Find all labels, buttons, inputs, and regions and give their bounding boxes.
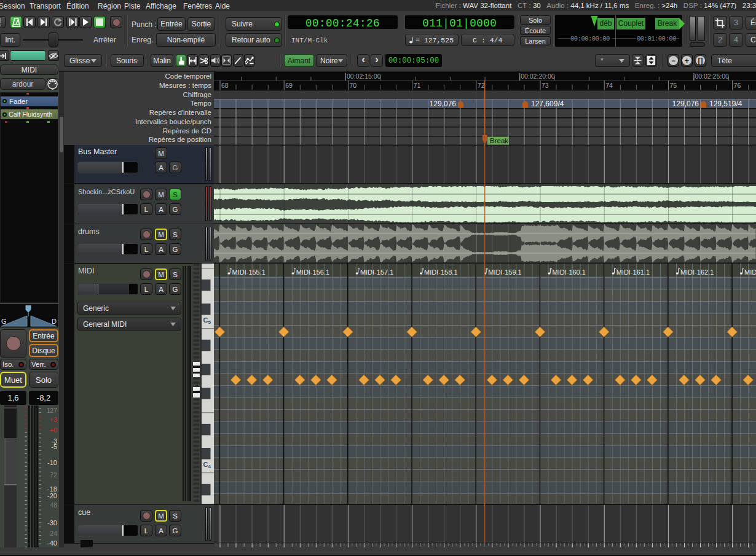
svg-text:G: G (1, 318, 7, 325)
svg-text:68: 68 (221, 82, 229, 89)
svg-text:70: 70 (349, 82, 356, 89)
svg-text:129,519/4: 129,519/4 (709, 100, 742, 108)
svg-text:76: 76 (734, 82, 741, 89)
svg-text:MIDI-162.1: MIDI-162.1 (680, 268, 714, 276)
svg-text:MIDI-161.1: MIDI-161.1 (616, 268, 650, 276)
svg-text:00:02:25:00: 00:02:25:00 (695, 72, 729, 80)
svg-text:72: 72 (478, 82, 485, 89)
svg-text:-30: -30 (47, 519, 57, 527)
svg-text:74: 74 (605, 82, 613, 89)
svg-text:-10: -10 (47, 459, 57, 466)
svg-text:127,609/4: 127,609/4 (531, 100, 564, 108)
svg-text:MIDI-159.1: MIDI-159.1 (488, 268, 521, 276)
svg-text:-20: -20 (47, 492, 57, 499)
svg-text:00:02:15:00: 00:02:15:00 (347, 72, 381, 80)
svg-text:00:02:20:00: 00:02:20:00 (521, 72, 555, 80)
svg-text:129,076: 129,076 (430, 100, 457, 108)
svg-text:69: 69 (285, 82, 293, 89)
svg-text:73: 73 (541, 82, 549, 89)
svg-text:MIDI-156.1: MIDI-156.1 (296, 268, 329, 276)
svg-text:+3: +3 (49, 416, 57, 423)
svg-text:129,076: 129,076 (672, 100, 699, 108)
svg-text:72: 72 (50, 471, 57, 479)
svg-text:71: 71 (414, 82, 421, 89)
svg-text:+0: +0 (49, 426, 57, 434)
svg-text:Break: Break (490, 137, 508, 144)
svg-text:75: 75 (669, 82, 677, 89)
svg-text:MIDI-160.1: MIDI-160.1 (553, 268, 586, 276)
svg-text:MIDI-155.1: MIDI-155.1 (232, 268, 266, 276)
svg-text:127: 127 (46, 407, 57, 414)
svg-text:D: D (52, 318, 57, 325)
svg-text:MIDI-163.1: MIDI-163.1 (744, 268, 756, 276)
svg-text:MIDI-158.1: MIDI-158.1 (424, 268, 457, 276)
svg-text:-5: -5 (51, 443, 57, 450)
svg-text:-40: -40 (47, 539, 57, 547)
svg-text:48: 48 (50, 501, 57, 509)
svg-text:24: 24 (50, 530, 57, 537)
svg-text:MIDI-157.1: MIDI-157.1 (360, 268, 393, 276)
